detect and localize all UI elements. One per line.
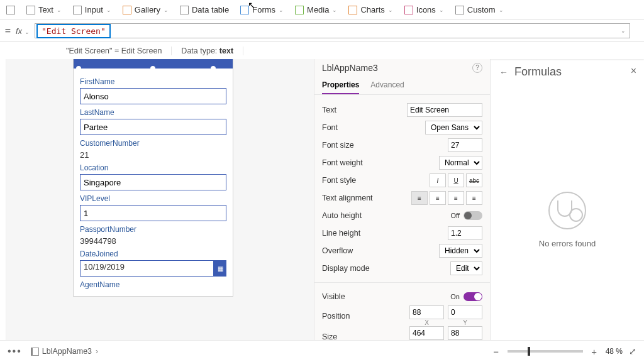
custom-icon: [455, 6, 464, 14]
prop-label: Font style: [322, 176, 430, 185]
more-icon[interactable]: •••: [8, 346, 22, 357]
prop-displaymode-select[interactable]: Edit: [450, 261, 482, 275]
ribbon-label: Custom: [467, 5, 496, 14]
prop-label: Line height: [322, 229, 448, 238]
firstname-input[interactable]: [80, 88, 226, 104]
position-y-input[interactable]: [448, 305, 482, 319]
prop-lineheight-input[interactable]: [448, 226, 482, 240]
selection-handle[interactable]: [211, 66, 216, 71]
ribbon-item-0[interactable]: [6, 6, 15, 14]
prop-label: Text alignment: [322, 194, 411, 202]
media-icon: [295, 6, 304, 14]
ribbon-item-text[interactable]: Text⌄: [26, 5, 62, 14]
formula-input[interactable]: "Edit Screen" ⌄: [35, 23, 630, 38]
chevron-down-icon[interactable]: ⌄: [621, 28, 626, 34]
prop-text-input[interactable]: [407, 103, 482, 117]
ribbon-label: Data table: [192, 5, 229, 14]
chevron-down-icon: ⌄: [106, 7, 111, 13]
back-arrow-icon[interactable]: ←: [499, 67, 508, 77]
field-label: Location: [80, 163, 226, 172]
ribbon-item-datatable[interactable]: Data table: [180, 5, 229, 14]
text-icon: [26, 6, 35, 14]
ribbon-item-input[interactable]: Input⌄: [73, 5, 111, 14]
stethoscope-icon: [548, 192, 586, 229]
chevron-down-icon: ⌄: [279, 7, 284, 13]
ribbon-label: Gallery: [135, 5, 160, 14]
autoheight-toggle[interactable]: [464, 211, 482, 220]
date-text[interactable]: 10/19/2019: [80, 260, 214, 277]
align-right-button[interactable]: ≡: [448, 191, 464, 205]
size-height-input[interactable]: [448, 326, 482, 340]
lastname-input[interactable]: [80, 119, 226, 135]
close-icon[interactable]: ×: [631, 65, 636, 77]
ribbon-item-charts[interactable]: Charts⌄: [348, 5, 392, 14]
prop-fontsize-input[interactable]: [448, 138, 482, 152]
status-bar: ••• LblAppName3 › − + 48 % ⤢: [0, 340, 644, 362]
breadcrumb[interactable]: LblAppName3: [31, 347, 92, 356]
underline-button[interactable]: U: [448, 173, 464, 187]
zoom-value: 48 %: [606, 347, 623, 356]
formula-text: "Edit Screen": [36, 24, 111, 38]
chevron-down-icon: ⌄: [499, 7, 504, 13]
cursor-icon: ↖: [248, 0, 255, 10]
align-justify-button[interactable]: ≡: [466, 191, 482, 205]
toggle-label: On: [450, 293, 460, 300]
zoom-in-button[interactable]: +: [589, 346, 599, 357]
tree-pane[interactable]: [0, 59, 6, 340]
ribbon-item-media[interactable]: Media⌄: [295, 5, 337, 14]
formula-evaluation: "Edit Screen" = Edit Screen: [57, 47, 172, 55]
selection-handle[interactable]: [76, 66, 81, 71]
sublabel: X: [409, 319, 444, 326]
formulas-panel: ← Formulas × No errors found: [490, 59, 644, 340]
chevron-down-icon: ⌄: [332, 7, 337, 13]
datejoined-input[interactable]: 10/19/2019 ▦: [80, 260, 226, 277]
strikethrough-button[interactable]: abc: [466, 173, 482, 187]
ribbon-label: Forms: [252, 5, 275, 14]
equals-icon: =: [0, 25, 16, 36]
tab-advanced[interactable]: Advanced: [370, 77, 404, 94]
prop-label: Visible: [322, 292, 450, 301]
fit-to-window-button[interactable]: ⤢: [629, 346, 636, 356]
zoom-slider[interactable]: [508, 350, 583, 353]
chevron-down-icon: ⌄: [388, 7, 393, 13]
ribbon-item-gallery[interactable]: Gallery⌄: [123, 5, 169, 14]
location-input[interactable]: [80, 174, 226, 190]
size-width-input[interactable]: [409, 326, 444, 340]
calendar-icon[interactable]: ▦: [214, 260, 226, 277]
field-label: LastName: [80, 108, 226, 117]
prop-overflow-select[interactable]: Hidden: [439, 244, 482, 258]
chevron-right-icon[interactable]: ›: [96, 347, 98, 356]
align-center-button[interactable]: ≡: [430, 191, 446, 205]
align-left-button[interactable]: ≡: [411, 191, 428, 205]
fx-icon[interactable]: fx ⌄: [16, 26, 35, 36]
position-x-input[interactable]: [409, 305, 444, 319]
label-control-icon: [31, 348, 39, 356]
ribbon-item-icons[interactable]: Icons⌄: [404, 5, 444, 14]
formula-datatype: Data type: text: [172, 47, 243, 55]
prop-font-select[interactable]: Open Sans: [425, 121, 482, 134]
italic-button[interactable]: I: [430, 173, 446, 187]
screen-header[interactable]: [74, 59, 233, 69]
prop-fontweight-select[interactable]: Normal: [439, 156, 482, 170]
ribbon-icon: [6, 6, 15, 14]
design-canvas[interactable]: FirstName LastName CustomerNumber 21 Loc…: [6, 59, 314, 340]
main-area: FirstName LastName CustomerNumber 21 Loc…: [0, 59, 644, 340]
no-errors-text: No errors found: [499, 239, 635, 248]
prop-label: Size: [322, 332, 409, 341]
viplevel-input[interactable]: [80, 205, 226, 221]
help-icon[interactable]: ?: [472, 63, 482, 73]
chevron-down-icon: ⌄: [57, 7, 62, 13]
selected-name: LblAppName3: [42, 347, 92, 356]
ribbon-label: Charts: [360, 5, 384, 14]
ribbon-item-forms[interactable]: Forms⌄: [240, 5, 284, 14]
selected-control-name: LblAppName3: [322, 63, 472, 73]
visible-toggle[interactable]: [464, 292, 482, 301]
toggle-label: Off: [451, 212, 460, 219]
zoom-out-button[interactable]: −: [491, 346, 501, 357]
prop-label: Font size: [322, 141, 448, 150]
selection-handle[interactable]: [150, 66, 155, 71]
phone-frame: FirstName LastName CustomerNumber 21 Loc…: [73, 59, 233, 297]
ribbon-item-custom[interactable]: Custom⌄: [455, 5, 504, 14]
tab-properties[interactable]: Properties: [322, 77, 359, 94]
prop-label: Font: [322, 123, 425, 132]
